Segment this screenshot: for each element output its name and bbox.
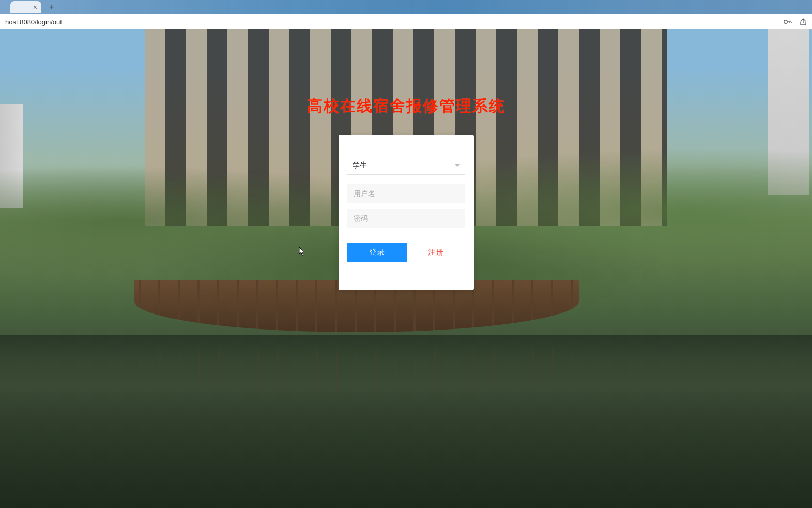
address-bar[interactable]: host:8080/login/out xyxy=(0,14,812,29)
page-background: 高校在线宿舍报修管理系统 学生 登录 注册 xyxy=(0,29,812,508)
url-text: host:8080/login/out xyxy=(4,18,783,26)
close-icon[interactable]: × xyxy=(33,3,37,11)
button-row: 登录 注册 xyxy=(347,243,465,262)
register-link[interactable]: 注册 xyxy=(428,248,445,257)
role-select[interactable]: 学生 xyxy=(347,156,465,175)
new-tab-button[interactable]: + xyxy=(44,1,59,13)
svg-point-0 xyxy=(784,20,787,23)
chevron-down-icon xyxy=(455,164,460,167)
browser-tab[interactable]: × xyxy=(10,1,41,13)
share-icon[interactable] xyxy=(799,17,808,26)
login-button[interactable]: 登录 xyxy=(347,243,407,262)
role-select-value: 学生 xyxy=(353,161,455,170)
username-input[interactable] xyxy=(347,184,465,203)
password-input[interactable] xyxy=(347,209,465,228)
key-icon[interactable] xyxy=(783,17,792,26)
page-title: 高校在线宿舍报修管理系统 xyxy=(307,96,505,117)
browser-chrome: × + host:8080/login/out xyxy=(0,0,812,29)
login-card: 学生 登录 注册 xyxy=(339,135,474,290)
address-bar-icons xyxy=(783,17,808,26)
tab-bar: × + xyxy=(0,0,812,14)
